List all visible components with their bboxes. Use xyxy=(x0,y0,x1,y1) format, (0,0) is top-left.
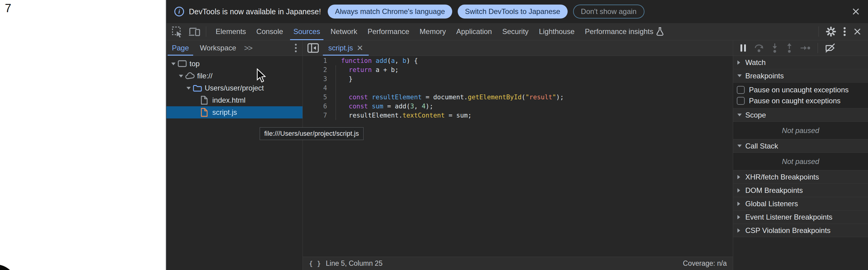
devtools-close-icon[interactable] xyxy=(853,27,862,36)
code-line-2[interactable]: 2 return a + b; xyxy=(303,65,733,74)
tab-console[interactable]: Console xyxy=(251,23,288,40)
line-number[interactable]: 7 xyxy=(303,112,335,119)
tree-item-top[interactable]: top xyxy=(166,58,303,70)
tab-lighthouse[interactable]: Lighthouse xyxy=(534,23,580,40)
tree-item-file[interactable]: file:// xyxy=(166,70,303,82)
tab-label: Sources xyxy=(293,27,320,36)
open-file-tab[interactable]: script.js ✕ xyxy=(322,40,369,56)
settings-gear-icon[interactable] xyxy=(826,26,836,37)
line-number[interactable]: 1 xyxy=(303,57,335,64)
tab-memory[interactable]: Memory xyxy=(414,23,451,40)
code-line-4[interactable]: 4 xyxy=(303,84,733,93)
tab-security[interactable]: Security xyxy=(497,23,534,40)
more-options-kebab-icon[interactable] xyxy=(843,26,846,37)
expand-arrow-icon xyxy=(737,202,745,206)
hide-navigator-icon[interactable] xyxy=(307,43,319,53)
debugger-pane: WatchBreakpointsPause on uncaught except… xyxy=(733,40,868,270)
section-header-breakpoints[interactable]: Breakpoints xyxy=(733,69,868,83)
banner-button-always-match-chrome-s-language[interactable]: Always match Chrome's language xyxy=(328,5,452,19)
line-number[interactable]: 4 xyxy=(303,84,335,92)
navigator-tab-workspace[interactable]: Workspace xyxy=(194,40,242,56)
collapse-arrow-icon xyxy=(737,74,745,77)
line-content: return a + b; xyxy=(335,66,399,73)
checkbox-label: Pause on uncaught exceptions xyxy=(749,86,848,94)
code-line-1[interactable]: 1function add(a, b) { xyxy=(303,56,733,65)
frame-icon xyxy=(177,60,187,68)
code-line-5[interactable]: 5 const resultElement = document.getElem… xyxy=(303,93,733,102)
checkbox-row-pause-on-uncaught-exceptions[interactable]: Pause on uncaught exceptions xyxy=(733,84,868,95)
mouse-cursor xyxy=(256,68,267,83)
section-body-scope: Not paused xyxy=(733,122,868,140)
section-header-call-stack[interactable]: Call Stack xyxy=(733,140,868,153)
code-editor[interactable]: 1function add(a, b) {2 return a + b;3 }4… xyxy=(303,56,733,257)
tree-item-script-js[interactable]: script.js xyxy=(166,106,303,118)
line-content: const sum = add(3, 4); xyxy=(335,103,433,110)
tab-application[interactable]: Application xyxy=(451,23,497,40)
section-header-global-listeners[interactable]: Global Listeners xyxy=(733,197,868,210)
corner-cursor-fragment xyxy=(0,264,18,270)
file-path-tooltip: file:///Users/user/project/script.js xyxy=(260,127,364,140)
file-tree: topfile://Users/user/projectindex.htmlsc… xyxy=(166,56,303,118)
section-header-dom-breakpoints[interactable]: DOM Breakpoints xyxy=(733,184,868,197)
collapse-arrow-icon[interactable] xyxy=(178,75,184,78)
banner-button-switch-devtools-to-japanese[interactable]: Switch DevTools to Japanese xyxy=(458,5,568,19)
infobar-close-icon[interactable] xyxy=(851,7,861,17)
tree-item-label: Users/user/project xyxy=(205,84,264,92)
tab-label: Performance xyxy=(368,27,409,36)
checkbox-label: Pause on caught exceptions xyxy=(749,97,841,105)
line-number[interactable]: 2 xyxy=(303,66,335,73)
line-number[interactable]: 5 xyxy=(303,94,335,101)
infobar-buttons: Always match Chrome's languageSwitch Dev… xyxy=(328,5,645,19)
step-out-icon[interactable] xyxy=(785,43,793,53)
pretty-print-icon[interactable]: { } xyxy=(309,260,321,267)
collapse-arrow-icon xyxy=(737,114,745,116)
language-infobar: i DevTools is now available in Japanese!… xyxy=(166,0,868,23)
tab-close-icon[interactable]: ✕ xyxy=(356,44,363,52)
deactivate-breakpoints-icon[interactable] xyxy=(825,43,836,53)
code-line-3[interactable]: 3 } xyxy=(303,74,733,84)
tree-item-users-user-project[interactable]: Users/user/project xyxy=(166,82,303,94)
tab-sources[interactable]: Sources xyxy=(288,23,325,40)
checkbox-unchecked[interactable] xyxy=(737,86,745,94)
tab-elements[interactable]: Elements xyxy=(211,23,251,40)
expand-arrow-icon xyxy=(737,188,745,192)
tree-item-label: index.html xyxy=(212,96,245,104)
section-header-watch[interactable]: Watch xyxy=(733,56,868,69)
tab-label: Lighthouse xyxy=(539,27,574,36)
section-label: Watch xyxy=(745,58,766,67)
editor-pane: script.js ✕ 1function add(a, b) {2 retur… xyxy=(303,40,733,270)
step-into-icon[interactable] xyxy=(771,43,779,53)
tab-performance-insights[interactable]: Performance insights xyxy=(580,23,669,40)
cloud-icon xyxy=(185,72,195,80)
tree-item-index-html[interactable]: index.html xyxy=(166,94,303,106)
section-header-csp-violation-breakpoints[interactable]: CSP Violation Breakpoints xyxy=(733,224,868,237)
device-toolbar-icon[interactable] xyxy=(188,26,200,37)
tab-label: Elements xyxy=(216,27,246,36)
collapse-arrow-icon[interactable] xyxy=(171,63,176,65)
navigator-pane: PageWorkspace >> topfile://Users/user/pr… xyxy=(166,40,303,270)
collapse-arrow-icon xyxy=(737,145,745,147)
editor-statusbar: { } Line 5, Column 25 Coverage: n/a xyxy=(303,257,733,270)
step-icon[interactable] xyxy=(800,43,811,53)
checkbox-row-pause-on-caught-exceptions[interactable]: Pause on caught exceptions xyxy=(733,95,868,106)
navigator-toolbar: PageWorkspace >> xyxy=(166,40,303,56)
more-tabs-chevron[interactable]: >> xyxy=(242,43,254,53)
code-line-7[interactable]: 7 resultElement.textContent = sum; xyxy=(303,111,733,120)
navigator-tab-page[interactable]: Page xyxy=(166,40,194,56)
section-header-scope[interactable]: Scope xyxy=(733,109,868,122)
line-number[interactable]: 3 xyxy=(303,75,335,83)
inspect-element-icon[interactable] xyxy=(171,26,183,37)
debugger-toolbar xyxy=(733,40,868,56)
tab-performance[interactable]: Performance xyxy=(362,23,414,40)
line-number[interactable]: 6 xyxy=(303,103,335,110)
step-over-icon[interactable] xyxy=(754,43,764,53)
checkbox-unchecked[interactable] xyxy=(737,97,745,105)
section-header-xhr-fetch-breakpoints[interactable]: XHR/fetch Breakpoints xyxy=(733,170,868,184)
pause-script-icon[interactable] xyxy=(739,43,747,53)
banner-button-don-t-show-again[interactable]: Don't show again xyxy=(573,5,645,19)
section-header-event-listener-breakpoints[interactable]: Event Listener Breakpoints xyxy=(733,210,868,224)
tab-network[interactable]: Network xyxy=(325,23,362,40)
collapse-arrow-icon[interactable] xyxy=(186,87,191,90)
code-line-6[interactable]: 6 const sum = add(3, 4); xyxy=(303,102,733,111)
navigator-kebab-icon[interactable] xyxy=(294,43,303,53)
